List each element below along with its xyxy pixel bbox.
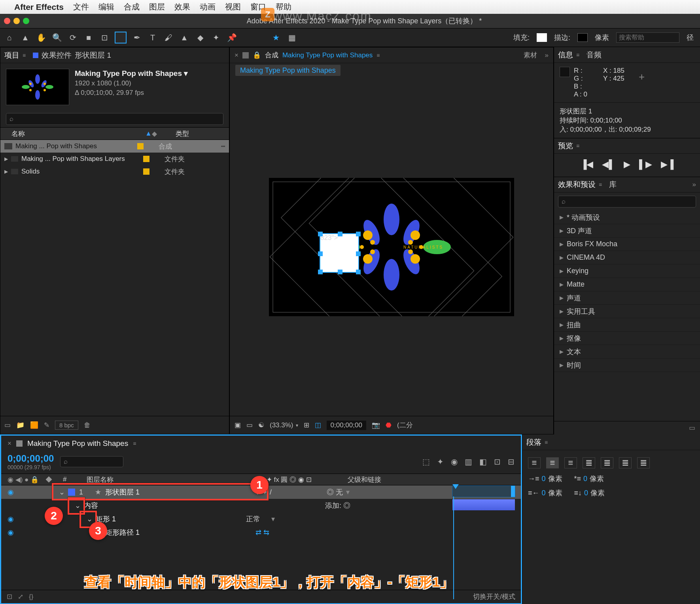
grid-icon[interactable]: ▦ (286, 32, 297, 43)
timeline-track-area[interactable] (452, 485, 515, 590)
toggle-switches-icon[interactable]: ⊡ (7, 593, 12, 601)
timeline-content-row[interactable]: ⌄ 内容 添加: ◎ (1, 499, 521, 512)
type-tool-icon[interactable]: T (147, 32, 158, 43)
fill-swatch[interactable] (537, 33, 547, 42)
bpc-button[interactable]: 8 bpc (55, 421, 78, 430)
fx-category[interactable]: ▶文本 (554, 345, 700, 359)
layer-color-swatch[interactable] (68, 489, 75, 496)
star-icon[interactable]: ★ (271, 32, 282, 43)
magnify-icon[interactable]: ▣ (235, 421, 241, 429)
fx-category[interactable]: ▶实用工具 (554, 305, 700, 318)
orbit-tool-icon[interactable]: ⟳ (67, 32, 78, 43)
zoom-dropdown[interactable]: (33.3%) ▾ (270, 421, 298, 429)
timeline-rectpath-row[interactable]: ◉ ▸ 矩形路径 1 ⇄ ⇆ (1, 526, 521, 539)
tab-project[interactable]: 项目 ≡ (4, 50, 26, 60)
resolution-icon[interactable]: ▭ (246, 421, 253, 429)
home-icon[interactable]: ⌂ (4, 32, 15, 43)
interpret-icon[interactable]: ▭ (4, 421, 11, 429)
menu-help[interactable]: 帮助 (276, 2, 291, 12)
tab-paragraph[interactable]: 段落 ≡ (526, 437, 548, 447)
visibility-icon[interactable]: ◉ (8, 488, 19, 496)
lock-icon[interactable]: 🔒 (253, 51, 261, 59)
indent-firstline-input[interactable]: *≡ 0 像素 (574, 474, 604, 483)
add-button[interactable]: 添加: ◎ (325, 501, 350, 510)
channel-icon[interactable]: ⬣ (386, 421, 392, 429)
mask-icon[interactable]: ☯ (258, 421, 264, 429)
indent-right-input[interactable]: ≡← 0 像素 (528, 488, 562, 498)
menu-edit[interactable]: 编辑 (98, 2, 114, 12)
hand-tool-icon[interactable]: ✋ (36, 32, 47, 43)
minimize-icon[interactable] (13, 18, 20, 24)
project-columns-header[interactable]: 名称 ▲ ◆ 类型 (0, 127, 229, 140)
fx-category[interactable]: ▶扭曲 (554, 318, 700, 332)
brace-icon[interactable]: {} (29, 593, 33, 601)
justify-right-icon[interactable]: ≣ (619, 457, 632, 468)
grid-toggle-icon[interactable]: ⊞ (304, 421, 309, 429)
close-tab-icon[interactable]: × (8, 440, 11, 447)
motion-blur-icon[interactable]: ◉ (451, 457, 458, 466)
project-item-comp[interactable]: Making ... Pop with Shapes 合成 ┉ (0, 140, 229, 153)
tab-effect-controls[interactable]: 效果控件 形状图层 1 (33, 50, 111, 60)
markers-icon[interactable]: ⊟ (508, 457, 515, 466)
resolution-dropdown[interactable]: (二分 (397, 421, 413, 430)
menu-effect[interactable]: 效果 (174, 2, 190, 12)
search-help-input[interactable] (616, 32, 679, 43)
last-frame-icon[interactable]: ▶▐ (661, 159, 674, 170)
indent-left-input[interactable]: →≡ 0 像素 (528, 474, 562, 483)
clone-tool-icon[interactable]: ▲ (179, 32, 190, 43)
timeline-timecode[interactable]: 0;00;00;00 (8, 453, 54, 464)
play-icon[interactable]: ▶ (624, 159, 630, 170)
adjust-icon[interactable]: ✎ (44, 421, 49, 429)
menu-layer[interactable]: 图层 (149, 2, 165, 12)
rectangle-tool-icon[interactable] (115, 32, 127, 43)
shy-icon[interactable]: ⬚ (422, 457, 430, 466)
camera-tool-icon[interactable]: ■ (83, 32, 94, 43)
tab-footage[interactable]: 素材 (524, 51, 537, 60)
timeline-rect-row[interactable]: ◉ ⌄ 矩形 1 正常▾ (1, 512, 521, 526)
viewer-timecode[interactable]: 0;00;00;00 (327, 421, 366, 430)
twirl-icon[interactable]: ⌄ (59, 488, 65, 496)
roto-tool-icon[interactable]: ✦ (210, 32, 221, 43)
brush-tool-icon[interactable]: 🖌 (163, 32, 174, 43)
trash-icon[interactable]: 🗑 (84, 421, 91, 429)
comp-tab-name[interactable]: Making Type Pop with Shapes (282, 51, 373, 59)
toggle-mode-label[interactable]: 切换开关/模式 (473, 592, 515, 601)
frame-blend-icon[interactable]: ✦ (437, 457, 444, 466)
space-after-input[interactable]: ≡↓ 0 像素 (574, 488, 605, 498)
project-item-folder[interactable]: ▶ Making ... Pop with Shapes Layers 文件夹 (0, 153, 229, 165)
menu-composition[interactable]: 合成 (124, 2, 140, 12)
new-folder-icon[interactable]: 📁 (16, 421, 25, 429)
menu-view[interactable]: 视图 (225, 2, 241, 12)
twirl-icon[interactable]: ⌄ (75, 501, 81, 510)
tab-preview[interactable]: 预览 ≡ (558, 141, 579, 151)
comp-name[interactable]: Making Type Pop with Shapes ▾ (75, 69, 188, 78)
close-icon[interactable] (4, 18, 10, 24)
menu-file[interactable]: 文件 (73, 2, 89, 12)
composition-thumbnail[interactable] (6, 69, 69, 105)
graph-icon[interactable]: ▥ (465, 457, 472, 466)
tab-effects-presets[interactable]: 效果和预设 ≡ (558, 179, 602, 190)
tab-audio[interactable]: 音频 (586, 50, 602, 60)
app-name[interactable]: After Effects (14, 2, 64, 12)
close-tab-icon[interactable]: × (235, 51, 238, 59)
expand-icon[interactable]: » (545, 51, 549, 59)
menu-animation[interactable]: 动画 (200, 2, 216, 12)
prev-frame-icon[interactable]: ◀▌ (602, 159, 615, 170)
visibility-icon[interactable]: ◉ (8, 515, 19, 523)
tab-library[interactable]: 库 (609, 179, 617, 190)
guides-toggle-icon[interactable]: ◫ (315, 421, 321, 429)
visibility-icon[interactable]: ◉ (8, 528, 19, 537)
new-comp-icon[interactable]: 🟧 (30, 421, 38, 429)
fx-category[interactable]: ▶Matte (554, 278, 700, 291)
render-icon[interactable]: ⊡ (494, 457, 501, 466)
effects-search-input[interactable]: ⌕ (558, 196, 696, 208)
next-frame-icon[interactable]: ▌▶ (639, 159, 652, 170)
composition-viewport[interactable]: NATURALISTS 823"> (230, 78, 553, 416)
expand-icon[interactable]: » (692, 181, 696, 189)
fx-category[interactable]: ▶抠像 (554, 332, 700, 345)
layer-name[interactable]: 形状图层 1 (105, 487, 255, 497)
stroke-swatch[interactable] (577, 33, 588, 42)
align-right-icon[interactable]: ≡ (564, 457, 577, 468)
maximize-icon[interactable] (23, 18, 29, 24)
fx-category[interactable]: ▶Boris FX Mocha (554, 238, 700, 251)
